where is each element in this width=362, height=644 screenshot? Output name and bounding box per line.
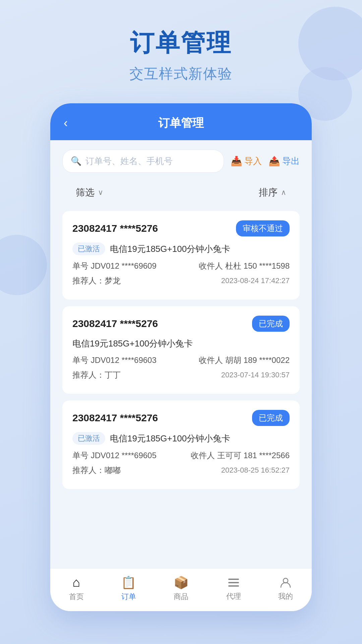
nav-label-order: 订单 — [121, 592, 136, 602]
export-icon: 📤 — [268, 156, 280, 167]
status-badge-1: 已完成 — [252, 316, 290, 332]
svg-rect-0 — [228, 579, 239, 580]
status-badge-2: 已完成 — [252, 410, 290, 426]
agent-icon — [227, 576, 240, 589]
back-button[interactable]: ‹ — [64, 116, 80, 130]
order-header-0: 23082417 ****5276 审核不通过 — [72, 220, 290, 236]
timestamp-1: 2023-07-14 19:30:57 — [221, 371, 290, 379]
order-icon: 📋 — [121, 576, 136, 590]
nav-label-goods: 商品 — [174, 592, 188, 602]
order-number-1: 23082417 ****5276 — [72, 318, 158, 329]
phone-mockup: ‹ 订单管理 🔍 订单号、姓名、手机号 📥 导入 📤 导出 筛选 ∨ — [50, 103, 312, 611]
sort-button[interactable]: 排序 ∧ — [259, 186, 286, 199]
bg-circle-mid-left — [0, 235, 47, 295]
home-icon: ⌂ — [72, 575, 80, 590]
nav-item-mine[interactable]: 我的 — [278, 576, 293, 601]
serial-0: 单号 JDV012 ****69609 — [72, 261, 157, 271]
order-number-0: 23082417 ****5276 — [72, 223, 158, 234]
meta-row-1: 推荐人：丁丁 2023-07-14 19:30:57 — [72, 370, 290, 380]
order-card-2[interactable]: 23082417 ****5276 已完成 已激活 电信19元185G+100分… — [62, 400, 300, 489]
timestamp-2: 2023-08-25 16:52:27 — [221, 466, 290, 475]
filter-row: 筛选 ∨ 排序 ∧ — [62, 181, 300, 204]
nav-item-order[interactable]: 📋 订单 — [121, 576, 136, 602]
recommender-2: 推荐人：嘟嘟 — [72, 465, 121, 476]
meta-row-0: 推荐人：梦龙 2023-08-24 17:42:27 — [72, 275, 290, 286]
import-label: 导入 — [244, 155, 262, 167]
product-name-1: 电信19元185G+100分钟小兔卡 — [72, 338, 193, 350]
product-name-2: 电信19元185G+100分钟小兔卡 — [110, 433, 230, 444]
recommender-0: 推荐人：梦龙 — [72, 275, 121, 286]
product-row-0: 已激活 电信19元185G+100分钟小兔卡 — [72, 243, 290, 255]
sort-chevron: ∧ — [281, 188, 286, 197]
order-header-1: 23082417 ****5276 已完成 — [72, 316, 290, 332]
export-button[interactable]: 📤 导出 — [268, 155, 300, 167]
order-header-2: 23082417 ****5276 已完成 — [72, 410, 290, 426]
import-icon: 📥 — [231, 156, 242, 167]
filter-button[interactable]: 筛选 ∨ — [76, 186, 103, 199]
goods-icon: 📦 — [174, 576, 189, 590]
svg-rect-1 — [228, 582, 239, 583]
activated-tag-0: 已激活 — [72, 243, 105, 255]
nav-label-agent: 代理 — [226, 591, 241, 601]
receiver-1: 收件人 胡胡 189 ****0022 — [199, 355, 290, 366]
page-title: 订单管理 — [0, 27, 362, 59]
timestamp-0: 2023-08-24 17:42:27 — [221, 276, 290, 285]
detail-row-1: 单号 JDV012 ****69603 收件人 胡胡 189 ****0022 — [72, 355, 290, 366]
product-name-0: 电信19元185G+100分钟小兔卡 — [110, 243, 230, 255]
product-row-1: 电信19元185G+100分钟小兔卡 — [72, 338, 290, 350]
receiver-0: 收件人 杜杜 150 ****1598 — [199, 261, 290, 271]
search-icon: 🔍 — [71, 156, 81, 166]
order-number-2: 23082417 ****5276 — [72, 412, 158, 424]
nav-label-mine: 我的 — [278, 591, 293, 601]
recommender-1: 推荐人：丁丁 — [72, 370, 121, 380]
sort-label: 排序 — [259, 186, 278, 199]
order-card-0[interactable]: 23082417 ****5276 审核不通过 已激活 电信19元185G+10… — [62, 211, 300, 300]
phone-content: 🔍 订单号、姓名、手机号 📥 导入 📤 导出 筛选 ∨ 排序 ∧ — [50, 140, 312, 568]
search-placeholder: 订单号、姓名、手机号 — [85, 155, 173, 167]
receiver-2: 收件人 王可可 181 ****2566 — [191, 450, 290, 461]
nav-label-home: 首页 — [69, 592, 84, 602]
bottom-nav: ⌂ 首页 📋 订单 📦 商品 代理 我的 — [50, 568, 312, 611]
serial-2: 单号 JDV012 ****69605 — [72, 450, 157, 461]
meta-row-2: 推荐人：嘟嘟 2023-08-25 16:52:27 — [72, 465, 290, 476]
topbar-title: 订单管理 — [80, 115, 282, 131]
serial-1: 单号 JDV012 ****69603 — [72, 355, 157, 366]
import-button[interactable]: 📥 导入 — [231, 155, 262, 167]
filter-chevron: ∨ — [98, 188, 103, 197]
mine-icon — [279, 576, 292, 589]
page-subtitle: 交互样式新体验 — [0, 64, 362, 83]
detail-row-2: 单号 JDV012 ****69605 收件人 王可可 181 ****2566 — [72, 450, 290, 461]
export-label: 导出 — [282, 155, 300, 167]
page-header: 订单管理 交互样式新体验 — [0, 0, 362, 103]
status-badge-0: 审核不通过 — [236, 220, 290, 236]
empty-space — [62, 498, 300, 559]
filter-label: 筛选 — [76, 186, 95, 199]
nav-item-goods[interactable]: 📦 商品 — [174, 576, 189, 602]
svg-rect-2 — [228, 585, 239, 587]
phone-topbar: ‹ 订单管理 — [50, 103, 312, 140]
search-input-wrap[interactable]: 🔍 订单号、姓名、手机号 — [62, 150, 224, 173]
nav-item-agent[interactable]: 代理 — [226, 576, 241, 601]
nav-item-home[interactable]: ⌂ 首页 — [69, 575, 84, 602]
detail-row-0: 单号 JDV012 ****69609 收件人 杜杜 150 ****1598 — [72, 261, 290, 271]
search-row: 🔍 订单号、姓名、手机号 📥 导入 📤 导出 — [62, 150, 300, 173]
activated-tag-2: 已激活 — [72, 432, 105, 445]
order-card-1[interactable]: 23082417 ****5276 已完成 电信19元185G+100分钟小兔卡… — [62, 306, 300, 394]
product-row-2: 已激活 电信19元185G+100分钟小兔卡 — [72, 432, 290, 445]
